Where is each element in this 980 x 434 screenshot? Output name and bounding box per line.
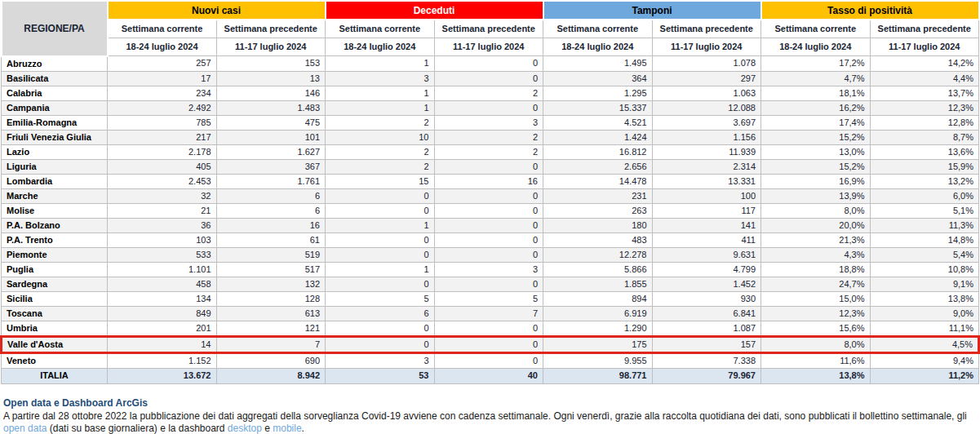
value-cell: 11,3% — [870, 218, 979, 232]
value-cell: 15 — [326, 174, 435, 188]
value-cell: 2 — [326, 159, 435, 174]
value-cell: 1.627 — [216, 144, 326, 159]
value-cell: 4,5% — [870, 336, 979, 352]
value-cell: 297 — [652, 71, 761, 86]
value-cell: 7 — [434, 306, 543, 321]
total-value-cell: 79.967 — [652, 368, 761, 383]
value-cell: 1 — [326, 86, 435, 100]
value-cell: 1.495 — [543, 56, 653, 72]
value-cell: 5 — [326, 291, 435, 306]
dashboard-mobile-link[interactable]: mobile — [273, 423, 301, 434]
footer-title: Open data e Dashboard ArcGis — [3, 397, 977, 410]
value-cell: 17,2% — [761, 56, 871, 72]
value-cell: 0 — [434, 247, 543, 262]
region-name: Valle d'Aosta — [2, 336, 108, 352]
value-cell: 16 — [216, 218, 326, 232]
total-value-cell: 8.942 — [216, 368, 326, 383]
value-cell: 5 — [434, 291, 543, 306]
value-cell: 5.866 — [543, 262, 653, 277]
value-cell: 12,3% — [761, 306, 871, 321]
value-cell: 4,3% — [761, 247, 871, 262]
table-row: Campania2.4921.4831015.33712.08816,2%12,… — [2, 100, 979, 115]
region-name: P.A. Trento — [2, 232, 108, 247]
value-cell: 0 — [434, 56, 543, 72]
value-cell: 10,8% — [870, 262, 979, 277]
value-cell: 0 — [434, 188, 543, 203]
value-cell: 1.424 — [543, 130, 653, 144]
value-cell: 15,6% — [761, 321, 871, 336]
value-cell: 11,6% — [761, 352, 871, 368]
value-cell: 367 — [216, 159, 326, 174]
table-row: Valle d'Aosta147001751578,0%4,5% — [2, 336, 979, 352]
value-cell: 4.799 — [652, 262, 761, 277]
value-cell: 3 — [326, 352, 435, 368]
value-cell: 1.295 — [543, 86, 653, 100]
value-cell: 134 — [108, 291, 217, 306]
value-cell: 2.178 — [108, 144, 217, 159]
value-cell: 4,4% — [870, 71, 979, 86]
subheader-current: Settimana corrente — [761, 20, 871, 38]
value-cell: 2 — [326, 115, 435, 130]
value-cell: 1.078 — [652, 56, 761, 72]
value-cell: 10 — [326, 130, 435, 144]
region-name: Puglia — [2, 262, 108, 277]
value-cell: 141 — [652, 218, 761, 232]
total-value-cell: 53 — [326, 368, 435, 383]
region-name: Abruzzo — [2, 56, 108, 72]
value-cell: 217 — [108, 130, 217, 144]
value-cell: 9.631 — [652, 247, 761, 262]
table-row: Umbria201121001.2901.08715,6%11,1% — [2, 321, 979, 336]
value-cell: 0 — [434, 277, 543, 291]
total-value-cell: 13.672 — [108, 368, 217, 383]
value-cell: 15,2% — [761, 130, 871, 144]
region-name: Molise — [2, 203, 108, 218]
date-current: 18-24 luglio 2024 — [326, 38, 435, 56]
table-row: Friuli Venezia Giulia2171011021.4241.156… — [2, 130, 979, 144]
value-cell: 21,3% — [761, 232, 871, 247]
table-row: Lazio2.1781.6272216.81211.93913,0%13,6% — [2, 144, 979, 159]
value-cell: 12.278 — [543, 247, 653, 262]
region-name: Campania — [2, 100, 108, 115]
total-value-cell: 11,2% — [870, 368, 979, 383]
value-cell: 103 — [108, 232, 217, 247]
value-cell: 101 — [216, 130, 326, 144]
value-cell: 0 — [434, 352, 543, 368]
value-cell: 9,1% — [870, 277, 979, 291]
table-row: Veneto1.152690309.9557.33811,6%9,4% — [2, 352, 979, 368]
value-cell: 1 — [326, 100, 435, 115]
value-cell: 121 — [216, 321, 326, 336]
covid-weekly-table: REGIONE/PA Nuovi casi Deceduti Tamponi T… — [0, 0, 980, 384]
value-cell: 20,0% — [761, 218, 871, 232]
value-cell: 458 — [108, 277, 217, 291]
value-cell: 175 — [543, 336, 653, 352]
value-cell: 411 — [652, 232, 761, 247]
value-cell: 14.478 — [543, 174, 653, 188]
value-cell: 533 — [108, 247, 217, 262]
region-name: Piemonte — [2, 247, 108, 262]
value-cell: 0 — [434, 203, 543, 218]
value-cell: 153 — [216, 56, 326, 72]
value-cell: 234 — [108, 86, 217, 100]
value-cell: 1 — [326, 262, 435, 277]
subheader-previous: Settimana precedente — [870, 20, 979, 38]
subheader-previous: Settimana precedente — [434, 20, 543, 38]
value-cell: 61 — [216, 232, 326, 247]
value-cell: 1.290 — [543, 321, 653, 336]
region-name: P.A. Bolzano — [2, 218, 108, 232]
footer-paragraph: A partire dal 28 ottobre 2022 la pubblic… — [3, 410, 977, 434]
open-data-link[interactable]: open data — [3, 423, 47, 434]
table-row: Molise216002631178,0%5,1% — [2, 203, 979, 218]
value-cell: 14,2% — [870, 56, 979, 72]
date-previous: 11-17 luglio 2024 — [652, 38, 761, 56]
value-cell: 5,1% — [870, 203, 979, 218]
date-current: 18-24 luglio 2024 — [108, 38, 217, 56]
region-name: Sardegna — [2, 277, 108, 291]
table-row: Piemonte5335190012.2789.6314,3%5,4% — [2, 247, 979, 262]
date-previous: 11-17 luglio 2024 — [434, 38, 543, 56]
region-name: Emilia-Romagna — [2, 115, 108, 130]
region-name: Umbria — [2, 321, 108, 336]
value-cell: 1.101 — [108, 262, 217, 277]
value-cell: 0 — [326, 336, 435, 352]
dashboard-desktop-link[interactable]: desktop — [228, 423, 262, 434]
value-cell: 613 — [216, 306, 326, 321]
